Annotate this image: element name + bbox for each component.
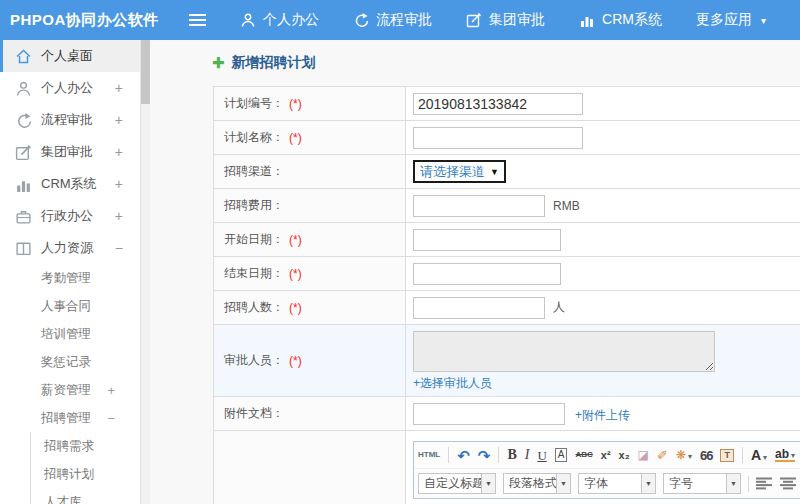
expand-plus-icon[interactable]: + <box>107 383 115 398</box>
highlight-color-button[interactable]: ab▾ <box>775 448 795 462</box>
field-label-cell: 审批人员： (*) <box>214 325 406 396</box>
collapse-minus-icon[interactable]: − <box>115 240 123 256</box>
subscript-button[interactable]: x₂ <box>619 450 630 461</box>
toolbar-separator <box>498 447 499 463</box>
select-value: 请选择渠道 <box>420 163 485 181</box>
topnav-crm[interactable]: CRM系统 <box>579 11 662 29</box>
headcount-input[interactable] <box>413 297 545 319</box>
font-size-dropdown[interactable]: 字号 ▼ <box>663 473 741 494</box>
undo-button[interactable]: ↶ <box>457 448 470 463</box>
topnav-group-approval[interactable]: 集团审批 <box>466 11 545 29</box>
field-input-cell: +附件上传 <box>406 397 800 430</box>
attachment-upload-link[interactable]: +附件上传 <box>575 407 630 424</box>
sidebar-subitem-talent-pool[interactable]: 人才库 <box>31 488 140 504</box>
collapse-minus-icon[interactable]: − <box>107 411 115 426</box>
subitem-label: 薪资管理 <box>41 382 91 399</box>
blockquote-button[interactable]: 66 <box>700 449 712 462</box>
topnav-label: 更多应用 <box>696 11 752 29</box>
field-label-cell: 计划名称： (*) <box>214 121 406 154</box>
cost-input[interactable] <box>413 195 545 217</box>
channel-select[interactable]: 请选择渠道 ▼ <box>413 160 506 183</box>
sidebar-scrollbar[interactable] <box>140 40 150 504</box>
required-marker: (*) <box>289 301 302 315</box>
paragraph-format-dropdown[interactable]: 段落格式 ▼ <box>503 473 571 494</box>
page-title: 新增招聘计划 <box>232 54 316 72</box>
font-color-button[interactable]: A▾ <box>751 448 767 462</box>
sidebar-item-hr[interactable]: 人力资源 − <box>0 232 140 264</box>
sidebar-item-crm[interactable]: CRM系统 + <box>0 168 140 200</box>
topnav-personal-office[interactable]: 个人办公 <box>240 11 319 29</box>
italic-button[interactable]: I <box>525 448 530 462</box>
dropdown-value: 自定义标题 <box>419 475 481 492</box>
sidebar-subitem-recruit-demand[interactable]: 招聘需求 <box>31 432 140 460</box>
paste-plain-text-button[interactable]: T <box>720 449 734 462</box>
align-center-icon[interactable] <box>780 477 797 490</box>
underline-button[interactable]: U <box>537 449 546 462</box>
sidebar-item-group-approval[interactable]: 集团审批 + <box>0 136 140 168</box>
expand-plus-icon[interactable]: + <box>115 208 123 224</box>
required-marker: (*) <box>289 354 302 368</box>
subitem-label: 招聘计划 <box>44 466 94 483</box>
sidebar-item-personal-office[interactable]: 个人办公 + <box>0 72 140 104</box>
field-label-cell: 招聘人数： (*) <box>214 291 406 324</box>
row-plan-no: 计划编号： (*) <box>214 87 800 121</box>
bar-chart-icon <box>579 12 595 28</box>
home-icon <box>15 48 32 65</box>
end-date-input[interactable] <box>413 263 561 285</box>
plan-name-input[interactable] <box>413 127 583 149</box>
required-marker: (*) <box>289 233 302 247</box>
sidebar-item-admin-office[interactable]: 行政办公 + <box>0 200 140 232</box>
caret-down-icon[interactable]: ▼ <box>556 474 570 493</box>
expand-plus-icon[interactable]: + <box>115 80 123 96</box>
sidebar-subitem-rewards[interactable]: 奖惩记录 <box>0 348 140 376</box>
sidebar-item-label: 流程审批 <box>41 111 93 129</box>
sidebar-item-label: 集团审批 <box>41 143 93 161</box>
eraser-button[interactable]: ◪ <box>638 449 649 461</box>
sidebar-subitem-recruit-plan[interactable]: 招聘计划 <box>31 460 140 488</box>
editor-toolbar-row2: 自定义标题 ▼ 段落格式 ▼ 字体 ▼ 字号 ▼ <box>414 469 800 498</box>
font-family-dropdown[interactable]: 字体 ▼ <box>578 473 656 494</box>
sidebar: 个人桌面 个人办公 + 流程审批 + 集团审批 + CRM系统 + 行政办公 +… <box>0 40 140 504</box>
sidebar-item-workflow-approval[interactable]: 流程审批 + <box>0 104 140 136</box>
hamburger-menu-icon[interactable] <box>189 14 206 26</box>
briefcase-icon <box>15 208 32 225</box>
expand-plus-icon[interactable]: + <box>115 176 123 192</box>
custom-heading-dropdown[interactable]: 自定义标题 ▼ <box>418 473 496 494</box>
auto-typeset-button[interactable]: ❋▾ <box>676 449 692 461</box>
plan-no-input[interactable] <box>413 93 583 115</box>
caret-down-icon: ▾ <box>791 451 795 460</box>
sidebar-subitem-training[interactable]: 培训管理 <box>0 320 140 348</box>
caret-down-icon[interactable]: ▼ <box>641 474 655 493</box>
caret-down-icon[interactable]: ▼ <box>726 474 740 493</box>
row-editor: HTML ↶ ↷ B I U A ABC x² x₂ ◪ ✐ <box>214 431 800 504</box>
sidebar-subitem-recruit-mgmt[interactable]: 招聘管理 − <box>0 404 140 432</box>
select-arrow-icon: ▼ <box>490 167 499 177</box>
currency-unit-label: RMB <box>553 199 580 213</box>
topnav-workflow-approval[interactable]: 流程审批 <box>353 11 432 29</box>
sidebar-subitem-salary[interactable]: 薪资管理 + <box>0 376 140 404</box>
html-source-button[interactable]: HTML <box>418 451 440 459</box>
caret-down-icon[interactable]: ▼ <box>481 474 495 493</box>
expand-plus-icon[interactable]: + <box>115 112 123 128</box>
superscript-button[interactable]: x² <box>601 450 611 461</box>
subitem-label: 招聘需求 <box>44 438 94 455</box>
recruit-submenu: 招聘需求 招聘计划 人才库 <box>30 432 140 504</box>
sidebar-subitem-hr-contract[interactable]: 人事合同 <box>0 292 140 320</box>
approvers-textarea[interactable] <box>413 331 715 372</box>
select-approvers-link[interactable]: +选择审批人员 <box>413 375 492 392</box>
subitem-label: 奖惩记录 <box>41 354 91 371</box>
field-label-cell: 开始日期： (*) <box>214 223 406 256</box>
subitem-label: 人才库 <box>44 494 82 504</box>
expand-plus-icon[interactable]: + <box>115 144 123 160</box>
bold-button[interactable]: B <box>507 448 516 462</box>
bordered-text-button[interactable]: A <box>555 448 568 462</box>
align-left-icon[interactable] <box>756 477 773 490</box>
sidebar-item-desktop[interactable]: 个人桌面 <box>0 40 140 72</box>
format-brush-button[interactable]: ✐ <box>657 449 668 462</box>
start-date-input[interactable] <box>413 229 561 251</box>
sidebar-subitem-attendance[interactable]: 考勤管理 <box>0 264 140 292</box>
strikethrough-button[interactable]: ABC <box>575 451 592 459</box>
topnav-more-apps[interactable]: 更多应用 ▾ <box>696 11 766 29</box>
attachment-input[interactable] <box>413 403 565 425</box>
redo-button[interactable]: ↷ <box>478 448 491 463</box>
